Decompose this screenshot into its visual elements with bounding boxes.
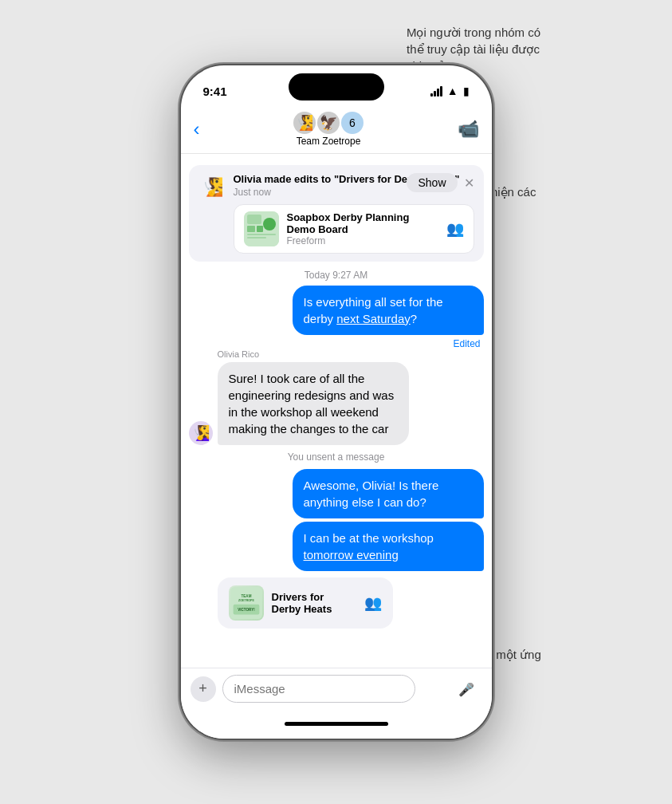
svg-text:VICTORY!: VICTORY! bbox=[238, 608, 255, 612]
back-button[interactable]: ‹ bbox=[194, 118, 200, 140]
svg-rect-5 bbox=[247, 234, 276, 235]
freeform-thumb bbox=[244, 211, 279, 246]
home-indicator bbox=[285, 722, 388, 726]
chat-area[interactable]: 🧏 Olivia made edits to "Drivers for Derb… bbox=[181, 154, 492, 668]
wifi-icon: ▲ bbox=[447, 85, 458, 97]
edited-label: Edited bbox=[189, 338, 484, 349]
avatar-emoji-3: 6 bbox=[341, 112, 364, 134]
message-row-outgoing-2: Awesome, Olivia! Is there anything else … bbox=[189, 469, 484, 518]
close-button[interactable]: ✕ bbox=[464, 175, 474, 191]
sender-avatar-olivia: 🧏‍♀️ bbox=[189, 421, 213, 445]
freeform-subtitle: Freeform bbox=[287, 235, 438, 246]
avatar-emoji-2: 🦅 bbox=[317, 112, 340, 134]
doc-title: Drivers for Derby Heats bbox=[272, 591, 356, 615]
input-bar: + 🎤 bbox=[181, 668, 492, 719]
svg-rect-1 bbox=[247, 215, 261, 224]
notif-avatar: 🧏 bbox=[198, 173, 227, 202]
status-icons: ▲ ▮ bbox=[430, 85, 470, 97]
message-row-incoming-1: 🧏‍♀️ Sure! I took care of all the engine… bbox=[189, 362, 484, 445]
svg-rect-2 bbox=[247, 226, 255, 232]
group-name: Team Zoetrope bbox=[297, 136, 361, 147]
mic-icon[interactable]: 🎤 bbox=[458, 681, 474, 696]
status-time: 9:41 bbox=[203, 85, 227, 98]
svg-text:TEAM: TEAM bbox=[241, 594, 251, 598]
notification-banner: 🧏 Olivia made edits to "Drivers for Derb… bbox=[189, 165, 484, 262]
battery-icon: ▮ bbox=[463, 85, 470, 97]
header-center[interactable]: 🧏 🦅 6 Team Zoetrope bbox=[293, 112, 364, 147]
message-row-outgoing-3: I can be at the workshop tomorrow evenin… bbox=[189, 522, 484, 571]
freeform-title: Soapbox Derby Planning Demo Board bbox=[287, 211, 438, 235]
input-wrapper: 🎤 bbox=[222, 675, 482, 703]
svg-point-4 bbox=[263, 218, 276, 231]
svg-rect-6 bbox=[247, 237, 266, 238]
plus-button[interactable]: + bbox=[191, 676, 216, 702]
sender-name-olivia: Olivia Rico bbox=[218, 349, 484, 359]
notif-actions: Show ✕ bbox=[407, 173, 474, 192]
message-bubble-outgoing-3: I can be at the workshop tomorrow evenin… bbox=[293, 522, 484, 571]
message-bubble-incoming-1: Sure! I took care of all the engineering… bbox=[218, 362, 409, 445]
svg-rect-3 bbox=[257, 226, 263, 232]
message-row: Is everything all set for the derby next… bbox=[189, 286, 484, 335]
message-bubble-outgoing-2: Awesome, Olivia! Is there anything else … bbox=[293, 469, 484, 518]
link-next-saturday[interactable]: next Saturday bbox=[336, 312, 411, 325]
avatar-group: 🧏 🦅 6 bbox=[293, 112, 364, 134]
doc-card-row: TEAM ZOETROPE VICTORY! Drivers for Derby… bbox=[189, 577, 484, 629]
signal-icon bbox=[430, 86, 442, 97]
doc-thumb: TEAM ZOETROPE VICTORY! bbox=[229, 585, 264, 621]
link-tomorrow-evening[interactable]: tomorrow evening bbox=[304, 548, 399, 562]
timestamp-1: Today 9:27 AM bbox=[189, 270, 484, 281]
doc-collab-icon: 👥 bbox=[364, 594, 382, 612]
video-call-button[interactable]: 📹 bbox=[458, 119, 479, 140]
doc-card[interactable]: TEAM ZOETROPE VICTORY! Drivers for Derby… bbox=[218, 577, 393, 629]
svg-text:ZOETROPE: ZOETROPE bbox=[238, 599, 255, 602]
freeform-card[interactable]: Soapbox Derby Planning Demo Board Freefo… bbox=[234, 204, 474, 254]
message-bubble-outgoing-1: Is everything all set for the derby next… bbox=[293, 286, 484, 335]
freeform-info: Soapbox Derby Planning Demo Board Freefo… bbox=[287, 211, 438, 246]
message-input[interactable] bbox=[222, 675, 415, 703]
avatar-emoji-1: 🧏 bbox=[293, 112, 316, 134]
unsent-notice: You unsent a message bbox=[189, 451, 484, 463]
phone-frame: 9:41 ▲ ▮ ‹ 🧏 bbox=[181, 65, 492, 739]
nav-header: ‹ 🧏 🦅 6 Team Zoetrope 📹 bbox=[181, 105, 492, 154]
show-button[interactable]: Show bbox=[407, 173, 457, 192]
collab-icon: 👥 bbox=[446, 220, 464, 238]
dynamic-island bbox=[289, 73, 384, 100]
doc-info: Drivers for Derby Heats bbox=[272, 591, 356, 615]
